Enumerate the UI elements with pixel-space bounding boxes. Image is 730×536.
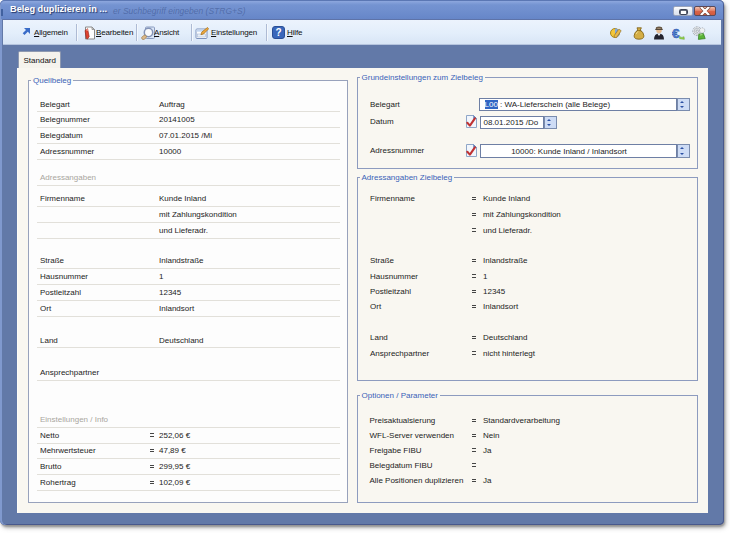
svg-text:€: €	[672, 26, 680, 40]
svg-text:?: ?	[275, 27, 281, 38]
